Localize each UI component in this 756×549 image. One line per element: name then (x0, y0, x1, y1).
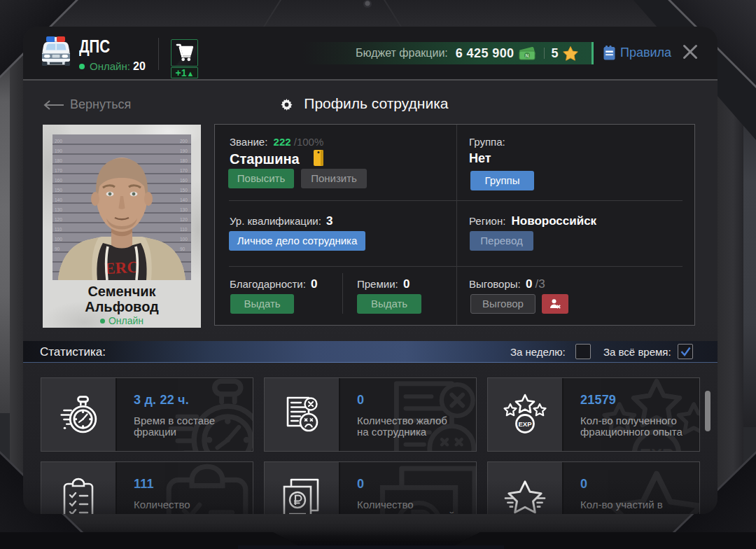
svg-text:130: 130 (55, 207, 62, 212)
svg-text:120: 120 (180, 217, 188, 222)
svg-text:120: 120 (55, 217, 62, 222)
svg-text:200: 200 (180, 139, 188, 144)
svg-text:N: N (526, 53, 529, 58)
svg-text:200: 200 (55, 139, 62, 144)
svg-text:140: 140 (180, 197, 188, 202)
svg-text:100: 100 (55, 237, 62, 242)
svg-text:190: 190 (180, 148, 188, 153)
svg-text:ERC: ERC (104, 258, 139, 278)
svg-text:190: 190 (55, 148, 62, 153)
svg-text:150: 150 (55, 188, 62, 193)
svg-text:140: 140 (55, 197, 62, 202)
svg-text:170: 170 (55, 168, 62, 173)
svg-text:170: 170 (180, 168, 188, 173)
svg-text:160: 160 (180, 178, 188, 183)
svg-text:110: 110 (55, 227, 62, 232)
svg-text:150: 150 (180, 188, 188, 193)
svg-text:90: 90 (55, 246, 60, 251)
svg-text:160: 160 (55, 178, 62, 183)
svg-text:180: 180 (55, 158, 62, 163)
svg-text:90: 90 (180, 246, 186, 251)
svg-text:100: 100 (180, 237, 188, 242)
svg-text:180: 180 (180, 158, 188, 163)
svg-text:130: 130 (180, 207, 188, 212)
svg-text:110: 110 (180, 227, 188, 232)
